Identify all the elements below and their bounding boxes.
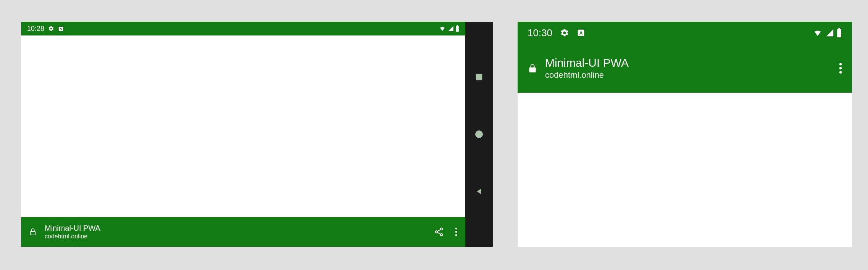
svg-text:A: A — [579, 31, 583, 36]
device-portrait-crop: 10:30 A Minimal-UI PWA codeh — [518, 22, 852, 247]
svg-point-10 — [455, 234, 457, 236]
status-time: 10:28 — [27, 25, 44, 33]
status-time: 10:30 — [528, 27, 552, 39]
signal-icon — [826, 29, 834, 37]
gear-icon — [48, 26, 54, 32]
svg-point-17 — [839, 63, 842, 65]
gear-icon — [560, 28, 569, 37]
lock-icon — [528, 63, 537, 74]
app-icon: A — [58, 26, 64, 32]
app-subtitle: codehtml.online — [545, 70, 839, 81]
app-title: Minimal-UI PWA — [45, 223, 434, 233]
svg-point-8 — [455, 228, 457, 230]
status-bar-right — [439, 25, 459, 32]
svg-point-5 — [440, 228, 442, 230]
status-bar-left: 10:30 A — [528, 27, 585, 39]
app-bar-bottom: Minimal-UI PWA codehtml.online — [21, 217, 465, 247]
webview-content[interactable] — [21, 35, 465, 217]
app-title: Minimal-UI PWA — [545, 56, 839, 70]
svg-point-12 — [475, 130, 483, 138]
svg-point-7 — [440, 234, 442, 236]
svg-rect-11 — [476, 74, 482, 80]
svg-point-6 — [436, 231, 437, 233]
wifi-icon — [812, 29, 823, 37]
svg-point-9 — [455, 231, 457, 233]
wifi-icon — [439, 26, 446, 32]
app-subtitle: codehtml.online — [45, 233, 434, 241]
svg-rect-16 — [838, 28, 840, 29]
status-bar: 10:30 A — [518, 22, 852, 44]
status-bar-left: 10:28 A — [27, 25, 64, 33]
nav-home-button[interactable] — [474, 130, 484, 139]
app-icon: A — [577, 29, 585, 37]
lock-icon — [29, 227, 37, 237]
status-bar: 10:28 A — [21, 22, 465, 35]
status-bar-right — [812, 28, 842, 38]
svg-rect-4 — [31, 231, 35, 235]
battery-icon — [836, 28, 842, 38]
device1-main: 10:28 A — [21, 22, 465, 247]
more-vert-icon[interactable] — [455, 227, 458, 237]
svg-rect-2 — [456, 26, 459, 32]
nav-recent-button[interactable] — [474, 72, 484, 82]
app-titles: Minimal-UI PWA codehtml.online — [545, 56, 839, 81]
share-icon[interactable] — [434, 227, 444, 237]
svg-rect-3 — [457, 25, 458, 26]
battery-icon — [455, 25, 459, 32]
system-nav-bar — [465, 22, 493, 247]
webview-content[interactable] — [518, 93, 852, 247]
svg-point-19 — [839, 71, 842, 73]
device-landscape: 10:28 A — [21, 22, 493, 247]
more-vert-icon[interactable] — [839, 62, 842, 74]
app-bar-top: Minimal-UI PWA codehtml.online — [518, 44, 852, 93]
app-titles: Minimal-UI PWA codehtml.online — [45, 223, 434, 241]
svg-rect-15 — [837, 29, 841, 37]
app-bar-actions — [434, 227, 458, 237]
nav-back-button[interactable] — [474, 187, 484, 196]
svg-point-18 — [839, 67, 842, 69]
signal-icon — [448, 26, 454, 32]
svg-text:A: A — [60, 27, 62, 31]
